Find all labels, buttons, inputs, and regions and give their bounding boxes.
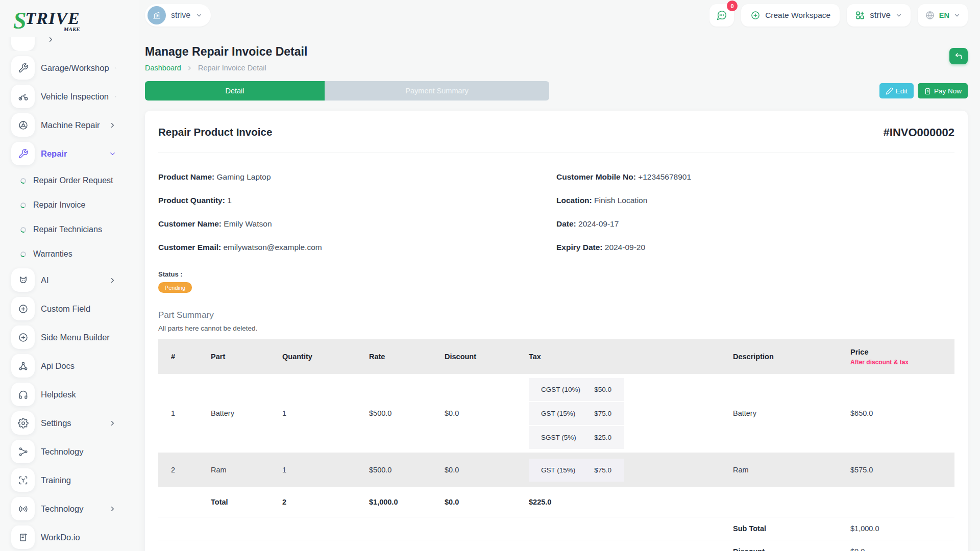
invoice-card: Repair Product Invoice #INVO000002 Produ… bbox=[145, 111, 968, 551]
table-row: 1 Battery 1 $500.0 $0.0 CGST (10%) $50.0… bbox=[158, 374, 954, 453]
sidebar-item-ai[interactable]: AI bbox=[0, 268, 139, 292]
chevron-down-icon bbox=[109, 150, 116, 158]
sidebar-item-side-menu-builder[interactable]: Side Menu Builder bbox=[0, 325, 139, 349]
partial-icon bbox=[11, 37, 35, 51]
sidebar-item-helpdesk[interactable]: Helpdesk bbox=[0, 383, 139, 406]
divider bbox=[158, 153, 954, 153]
tab-detail[interactable]: Detail bbox=[145, 81, 325, 101]
breadcrumb-dashboard-link[interactable]: Dashboard bbox=[145, 64, 181, 72]
invoice-card-title: Repair Product Invoice bbox=[158, 126, 272, 138]
field-product-quantity: Product Quantity: 1 bbox=[158, 196, 556, 205]
journal-icon bbox=[11, 525, 35, 549]
chevron-down-icon bbox=[195, 12, 203, 19]
col-header-quantity: Quantity bbox=[274, 353, 361, 361]
tab-actions: Edit $ Pay Now bbox=[879, 83, 968, 98]
grid-plus-icon bbox=[855, 10, 865, 20]
chevron-down-icon bbox=[895, 12, 902, 19]
hub-branch-icon bbox=[11, 440, 35, 463]
field-expiry-date: Expiry Date: 2024-09-20 bbox=[556, 243, 954, 252]
workspace-name: strive bbox=[171, 11, 190, 20]
app-root: S TRIVE MAKE Garage/Workshop bbox=[0, 0, 980, 551]
sidebar-item-repair-technicians[interactable]: Repair Technicians bbox=[0, 219, 139, 240]
svg-text:$: $ bbox=[927, 89, 929, 93]
col-header-description: Description bbox=[725, 353, 842, 361]
sidebar-item-custom-field[interactable]: Custom Field bbox=[0, 297, 139, 320]
tax-chip-stack: CGST (10%) $50.0 GST (15%) $75.0 SGST (5… bbox=[529, 375, 725, 452]
sidebar-item-partial-clip bbox=[0, 37, 139, 51]
broadcast-icon bbox=[11, 497, 35, 520]
sidebar-item-technology-2[interactable]: Technology bbox=[0, 497, 139, 520]
sidebar-item-technology[interactable]: Technology bbox=[0, 440, 139, 463]
workspace-selector[interactable]: strive bbox=[145, 4, 211, 27]
sidebar-item-repair-order-request[interactable]: Repair Order Request bbox=[0, 170, 139, 191]
clipboard-dollar-icon: $ bbox=[924, 87, 932, 95]
tax-chip: CGST (10%) $50.0 bbox=[529, 378, 624, 401]
language-selector[interactable]: EN bbox=[918, 4, 968, 27]
table-row: 2 Ram 1 $500.0 $0.0 GST (15%) $75.0 Ram bbox=[158, 453, 954, 487]
sidebar-item-warranties[interactable]: Warranties bbox=[0, 244, 139, 264]
field-customer-mobile: Customer Mobile No: +12345678901 bbox=[556, 172, 954, 182]
invoice-fields: Product Name: Gaming Laptop Product Quan… bbox=[158, 158, 954, 252]
chevron-right-icon bbox=[186, 65, 193, 71]
sidebar-item-garage-workshop[interactable]: Garage/Workshop bbox=[0, 56, 139, 80]
col-header-discount: Discount bbox=[436, 353, 521, 361]
price-subnote: After discount & tax bbox=[850, 359, 954, 366]
sidebar-item-settings[interactable]: Settings bbox=[0, 411, 139, 435]
brand-logo-tagline: MAKE bbox=[64, 26, 80, 32]
sidebar-item-partial[interactable] bbox=[0, 37, 77, 51]
chevron-down-icon bbox=[953, 12, 961, 19]
invoice-fields-left: Product Name: Gaming Laptop Product Quan… bbox=[158, 158, 556, 252]
brand-logo[interactable]: S TRIVE MAKE bbox=[0, 0, 139, 37]
sidebar-item-repair[interactable]: Repair bbox=[0, 142, 139, 165]
field-location: Location: Finish Location bbox=[556, 196, 954, 205]
col-header-num: # bbox=[158, 353, 203, 361]
network-nodes-icon bbox=[11, 354, 35, 378]
tabs: Detail Payment Summary bbox=[145, 81, 549, 101]
donut-icon bbox=[19, 226, 27, 233]
create-workspace-label: Create Workspace bbox=[765, 11, 830, 20]
parts-table-header: # Part Quantity Rate Discount Tax Descri… bbox=[158, 339, 954, 374]
brand-logo-text: TRIVE bbox=[26, 10, 80, 27]
status-section: Status : Pending bbox=[158, 270, 954, 293]
col-header-part: Part bbox=[203, 353, 274, 361]
donut-icon bbox=[19, 177, 27, 184]
sidebar-item-vehicle-inspection[interactable]: Vehicle Inspection bbox=[0, 85, 139, 108]
pencil-icon bbox=[886, 87, 893, 95]
table-discount-row: Discount $0.0 bbox=[158, 540, 954, 551]
globe-icon bbox=[925, 10, 935, 20]
ai-beast-icon bbox=[11, 268, 35, 292]
chevron-right-icon bbox=[47, 37, 55, 43]
chevron-right-icon bbox=[109, 121, 116, 129]
plus-circle-icon bbox=[11, 297, 35, 320]
gear-icon bbox=[11, 411, 35, 435]
chat-bubble-icon bbox=[716, 10, 727, 21]
parts-table: # Part Quantity Rate Discount Tax Descri… bbox=[158, 339, 954, 551]
sidebar-item-workdo-io[interactable]: WorkDo.io bbox=[0, 525, 139, 549]
edit-button[interactable]: Edit bbox=[879, 83, 914, 98]
sidebar-item-repair-invoice[interactable]: Repair Invoice bbox=[0, 195, 139, 215]
field-customer-name: Customer Name: Emily Watson bbox=[158, 219, 556, 229]
plus-circle-icon bbox=[750, 10, 761, 20]
sidebar-item-api-docs[interactable]: Api Docs bbox=[0, 354, 139, 378]
plus-circle-icon bbox=[11, 325, 35, 349]
tabs-row: Detail Payment Summary Edit $ Pay Now bbox=[145, 81, 968, 101]
sidebar-item-training[interactable]: Training bbox=[0, 468, 139, 492]
motorcycle-icon bbox=[11, 85, 35, 108]
wrench-icon bbox=[11, 56, 35, 80]
col-header-rate: Rate bbox=[361, 353, 436, 361]
chevron-right-icon bbox=[115, 93, 116, 101]
chevron-right-icon bbox=[109, 277, 116, 284]
tab-payment-summary[interactable]: Payment Summary bbox=[325, 81, 549, 101]
page-head: Manage Repair Invoice Detail Dashboard R… bbox=[145, 45, 968, 72]
pay-now-button[interactable]: $ Pay Now bbox=[918, 83, 968, 98]
org-selector[interactable]: strive bbox=[847, 4, 911, 27]
field-product-name: Product Name: Gaming Laptop bbox=[158, 172, 556, 182]
table-subtotal-row: Sub Total $1,000.0 bbox=[158, 517, 954, 540]
messenger-button[interactable]: 0 bbox=[709, 4, 734, 27]
create-workspace-button[interactable]: Create Workspace bbox=[741, 4, 840, 27]
status-label: Status : bbox=[158, 270, 954, 278]
back-button[interactable] bbox=[949, 48, 968, 64]
tax-chip: GST (15%) $75.0 bbox=[529, 402, 624, 425]
field-date: Date: 2024-09-17 bbox=[556, 219, 954, 229]
sidebar-item-machine-repair[interactable]: Machine Repair bbox=[0, 113, 139, 137]
